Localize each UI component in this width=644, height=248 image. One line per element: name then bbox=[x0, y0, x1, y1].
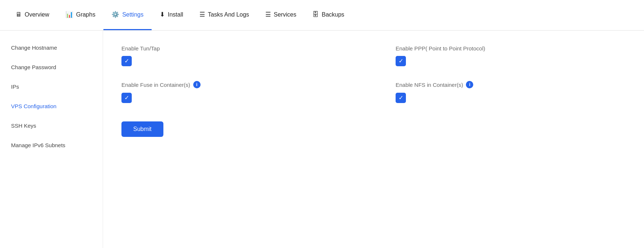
enable-tun-tap-checkbox[interactable]: ✓ bbox=[121, 56, 132, 66]
sidebar-item-change-password[interactable]: Change Password bbox=[0, 57, 103, 77]
tab-services[interactable]: ☰ Services bbox=[257, 0, 304, 30]
enable-ppp-label: Enable PPP( Point to Point Protocol) bbox=[396, 45, 626, 52]
enable-tun-tap-label: Enable Tun/Tap bbox=[121, 45, 351, 52]
settings-icon: ⚙️ bbox=[112, 11, 119, 18]
checkmark-icon-nfs: ✓ bbox=[399, 95, 403, 101]
tab-tasks-and-logs[interactable]: ☰ Tasks And Logs bbox=[191, 0, 257, 30]
tab-tasks-label: Tasks And Logs bbox=[208, 11, 249, 18]
sidebar-item-ssh-keys[interactable]: SSH Keys bbox=[0, 116, 103, 135]
setting-enable-ppp: Enable PPP( Point to Point Protocol) ✓ bbox=[396, 45, 626, 66]
checkmark-icon-ppp: ✓ bbox=[399, 58, 403, 64]
settings-content: Enable Tun/Tap ✓ Enable Fuse in Containe… bbox=[103, 31, 644, 248]
tab-graphs[interactable]: 📊 Graphs bbox=[57, 0, 103, 30]
enable-nfs-info-icon[interactable]: i bbox=[466, 81, 473, 88]
tasks-icon: ☰ bbox=[199, 11, 205, 18]
sidebar-item-change-hostname[interactable]: Change Hostname bbox=[0, 38, 103, 57]
tab-settings-label: Settings bbox=[122, 11, 144, 18]
top-navigation: 🖥 Overview 📊 Graphs ⚙️ Settings ⬇ Instal… bbox=[0, 0, 644, 31]
tab-overview-label: Overview bbox=[25, 11, 49, 18]
settings-grid: Enable Tun/Tap ✓ Enable Fuse in Containe… bbox=[121, 45, 626, 137]
enable-ppp-checkbox[interactable]: ✓ bbox=[396, 56, 406, 66]
main-layout: Change Hostname Change Password IPs VPS … bbox=[0, 31, 644, 248]
enable-nfs-label: Enable NFS in Container(s) i bbox=[396, 81, 626, 88]
install-icon: ⬇ bbox=[160, 11, 165, 18]
enable-fuse-info-icon[interactable]: i bbox=[193, 81, 201, 88]
sidebar: Change Hostname Change Password IPs VPS … bbox=[0, 31, 103, 248]
backups-icon: 🗄 bbox=[312, 11, 319, 18]
enable-fuse-label: Enable Fuse in Container(s) i bbox=[121, 81, 351, 88]
tab-backups-label: Backups bbox=[322, 11, 344, 18]
checkmark-icon: ✓ bbox=[124, 58, 129, 64]
enable-nfs-checkbox[interactable]: ✓ bbox=[396, 93, 406, 103]
setting-enable-nfs: Enable NFS in Container(s) i ✓ bbox=[396, 81, 626, 103]
tab-services-label: Services bbox=[274, 11, 296, 18]
sidebar-item-vps-configuration[interactable]: VPS Configuration bbox=[0, 96, 103, 116]
graphs-icon: 📊 bbox=[66, 11, 73, 18]
services-icon: ☰ bbox=[265, 11, 271, 18]
setting-enable-fuse: Enable Fuse in Container(s) i ✓ bbox=[121, 81, 351, 103]
overview-icon: 🖥 bbox=[15, 11, 22, 18]
tab-overview[interactable]: 🖥 Overview bbox=[7, 0, 57, 30]
tab-backups[interactable]: 🗄 Backups bbox=[304, 0, 352, 30]
tab-install-label: Install bbox=[168, 11, 183, 18]
tab-install[interactable]: ⬇ Install bbox=[152, 0, 191, 30]
tab-settings[interactable]: ⚙️ Settings bbox=[103, 0, 152, 30]
settings-left-column: Enable Tun/Tap ✓ Enable Fuse in Containe… bbox=[121, 45, 351, 137]
tab-graphs-label: Graphs bbox=[76, 11, 95, 18]
settings-right-column: Enable PPP( Point to Point Protocol) ✓ E… bbox=[396, 45, 626, 137]
sidebar-item-manage-ipv6-subnets[interactable]: Manage IPv6 Subnets bbox=[0, 135, 103, 155]
checkmark-icon-fuse: ✓ bbox=[124, 95, 129, 101]
enable-fuse-checkbox[interactable]: ✓ bbox=[121, 93, 132, 103]
submit-button[interactable]: Submit bbox=[121, 121, 163, 137]
setting-enable-tun-tap: Enable Tun/Tap ✓ bbox=[121, 45, 351, 66]
sidebar-item-ips[interactable]: IPs bbox=[0, 77, 103, 96]
